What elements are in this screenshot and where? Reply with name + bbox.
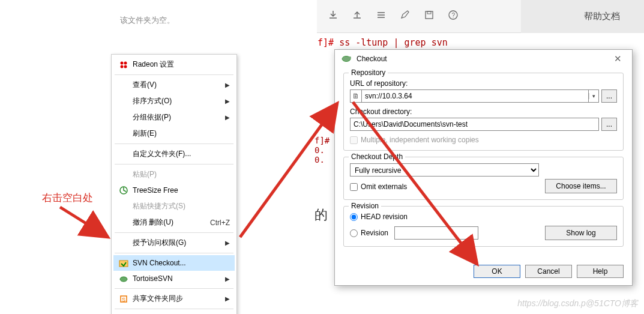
menu-separator — [115, 143, 233, 144]
tortoise-icon — [118, 274, 129, 283]
svg-line-15 — [60, 207, 108, 237]
head-revision-radio[interactable] — [350, 213, 358, 221]
choose-items-button[interactable]: Choose items... — [545, 179, 617, 193]
omit-externals-checkbox[interactable] — [350, 183, 358, 191]
help-button[interactable]: Help — [577, 265, 624, 278]
menu-label: 授予访问权限(G) — [133, 238, 225, 248]
url-label: URL of repository: — [350, 79, 617, 88]
close-button[interactable]: ✕ — [609, 53, 626, 64]
menu-group[interactable]: 分组依据(P)▶ — [113, 109, 235, 125]
truncated-char: 的 — [314, 206, 328, 224]
revision-input[interactable] — [394, 226, 478, 240]
group-title: Repository — [349, 68, 388, 77]
dir-browse-button[interactable]: ... — [601, 118, 617, 131]
menu-radeon[interactable]: Radeon 设置 — [113, 56, 235, 73]
menu-share-sync[interactable]: S共享文件夹同步▶ — [113, 291, 235, 307]
repository-group: Repository URL of repository: 🗎 ▾ ... Ch… — [343, 73, 624, 151]
directory-input[interactable] — [350, 118, 599, 131]
watermark: https://blog.csdn.p@51CTO博客 — [517, 298, 638, 309]
list-icon[interactable] — [375, 9, 387, 21]
help-icon[interactable]: ? — [447, 9, 459, 21]
svg-rect-9 — [426, 11, 433, 19]
menu-label: 查看(V) — [133, 80, 225, 90]
treesize-icon — [118, 186, 129, 195]
url-input[interactable] — [361, 89, 589, 103]
edit-icon[interactable] — [399, 9, 411, 21]
menu-undo-delete[interactable]: 撤消 删除(U)Ctrl+Z — [113, 214, 235, 231]
menu-label: 排序方式(O) — [133, 96, 225, 106]
menu-paste-shortcut: 粘贴快捷方式(S) — [113, 198, 235, 214]
svg-point-1 — [124, 61, 127, 64]
menu-shortcut: Ctrl+Z — [210, 219, 230, 227]
submenu-arrow-icon: ▶ — [225, 276, 230, 282]
share-sync-icon: S — [118, 294, 129, 304]
svn-checkout-icon — [118, 258, 129, 268]
multi-checkbox-row: Multiple, independent working copies — [350, 136, 617, 144]
menu-custom-folder[interactable]: 自定义文件夹(F)... — [113, 146, 235, 162]
help-panel-title: 帮助文档 — [584, 11, 620, 22]
ok-button[interactable]: OK — [474, 265, 520, 278]
menu-separator — [115, 164, 233, 165]
url-browse-button[interactable]: ... — [601, 89, 617, 103]
svg-point-0 — [121, 61, 124, 64]
svg-text:S: S — [122, 297, 125, 303]
group-title: Revision — [349, 202, 381, 210]
save-icon[interactable] — [423, 9, 435, 21]
menu-label: 撤消 删除(U) — [133, 217, 204, 228]
menu-new[interactable]: 新建(W)▶ — [113, 311, 235, 314]
submenu-arrow-icon: ▶ — [225, 295, 230, 302]
empty-folder-text: 该文件夹为空。 — [120, 15, 175, 26]
revision-radio[interactable] — [350, 229, 358, 237]
revision-label: Revision — [361, 229, 388, 237]
menu-refresh[interactable]: 刷新(E) — [113, 125, 235, 142]
submenu-arrow-icon: ▶ — [225, 98, 230, 104]
menu-treesize[interactable]: TreeSize Free — [113, 183, 235, 198]
right-panel-bg — [521, 0, 644, 33]
group-title: Checkout Depth — [349, 152, 405, 161]
annotation-label: 右击空白处 — [42, 191, 93, 205]
svg-point-3 — [124, 65, 127, 68]
submenu-arrow-icon: ▶ — [225, 82, 230, 88]
dialog-titlebar[interactable]: Checkout ✕ — [335, 50, 632, 68]
menu-paste: 粘贴(P) — [113, 166, 235, 183]
menu-grant-access[interactable]: 授予访问权限(G)▶ — [113, 235, 235, 251]
menu-label: 粘贴(P) — [133, 169, 230, 180]
context-menu: Radeon 设置 查看(V)▶ 排序方式(O)▶ 分组依据(P)▶ 刷新(E)… — [111, 54, 237, 314]
svg-point-6 — [120, 277, 127, 282]
dropdown-arrow-icon[interactable]: ▾ — [589, 93, 598, 99]
head-revision-label: HEAD revision — [361, 213, 408, 221]
menu-separator — [115, 232, 233, 233]
checkout-dialog: Checkout ✕ Repository URL of repository:… — [334, 49, 633, 286]
menu-tortoise-svn[interactable]: TortoiseSVN▶ — [113, 271, 235, 286]
svg-point-2 — [121, 65, 124, 68]
file-icon: 🗎 — [351, 92, 361, 100]
menu-label: Radeon 设置 — [133, 59, 230, 70]
submenu-arrow-icon: ▶ — [225, 240, 230, 246]
upload-icon[interactable] — [351, 9, 363, 21]
menu-label: TreeSize Free — [133, 186, 230, 195]
cancel-button[interactable]: Cancel — [525, 265, 572, 278]
multi-checkbox — [350, 136, 358, 144]
menu-separator — [115, 288, 233, 289]
menu-view[interactable]: 查看(V)▶ — [113, 77, 235, 93]
menu-sort[interactable]: 排序方式(O)▶ — [113, 93, 235, 109]
download-icon[interactable] — [327, 9, 339, 21]
menu-label: 粘贴快捷方式(S) — [133, 201, 230, 211]
menu-svn-checkout[interactable]: SVN Checkout... — [113, 255, 235, 271]
radeon-icon — [118, 60, 129, 70]
menu-label: 刷新(E) — [133, 128, 230, 139]
terminal-line: f]# ss -ltunp | grep svn — [317, 37, 448, 48]
menu-label: SVN Checkout... — [133, 259, 230, 267]
submenu-arrow-icon: ▶ — [225, 114, 230, 121]
menu-label: 自定义文件夹(F)... — [133, 149, 230, 159]
menu-label: 共享文件夹同步 — [133, 294, 225, 304]
show-log-button[interactable]: Show log — [545, 226, 617, 240]
menu-label: TortoiseSVN — [133, 274, 225, 283]
svg-point-14 — [349, 56, 351, 59]
menu-separator — [115, 253, 233, 253]
url-combobox[interactable]: 🗎 ▾ — [350, 89, 599, 103]
depth-group: Checkout Depth Fully recursive Omit exte… — [343, 157, 624, 200]
revision-group: Revision HEAD revision Revision Show log — [343, 206, 624, 247]
dialog-tortoise-icon — [341, 54, 353, 64]
depth-select[interactable]: Fully recursive — [350, 163, 539, 177]
